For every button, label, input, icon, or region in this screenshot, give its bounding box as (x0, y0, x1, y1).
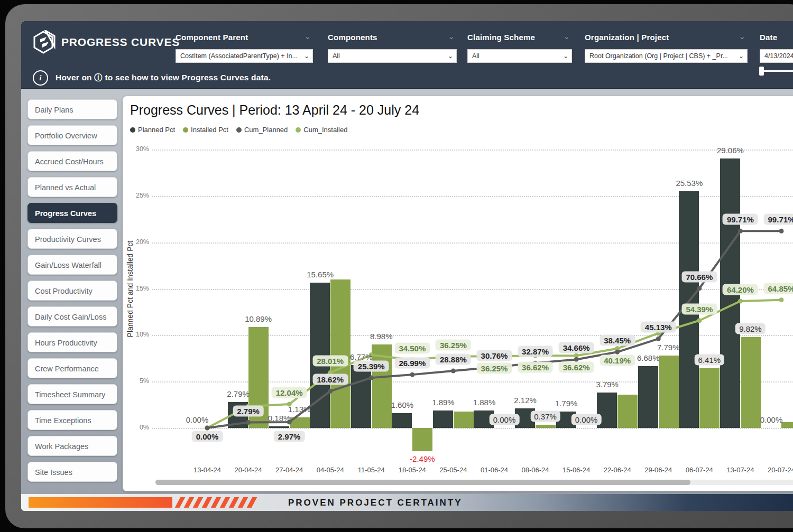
date-slider-handle[interactable] (759, 67, 764, 76)
installed-bar-label: 9.82% (735, 323, 766, 334)
legend-item-cum-planned[interactable]: Cum_Planned (236, 126, 288, 134)
claiming-scheme-dropdown[interactable]: All ⌄ (467, 49, 572, 63)
chart-title: Progress Curves | Period: 13 April 24 - … (130, 102, 419, 118)
sidebar-item-planned-vs-actual[interactable]: Planned vs Actual (27, 177, 117, 197)
footer-slogan: PROVEN PROJECT CERTAINTY (288, 498, 463, 508)
installed-bar (290, 417, 310, 428)
y-axis-tick: 5% (127, 377, 149, 385)
legend-item-installed-pct[interactable]: Installed Pct (183, 126, 228, 134)
sidebar-item-accrued-cost-hours[interactable]: Accrued Cost/Hours (27, 151, 117, 171)
cum-planned-badge: 70.66% (681, 271, 717, 282)
planned-bar-label: 2.79% (227, 389, 250, 398)
progress-curves-chart: 0%5%10%15%20%25%30%0.00%2.79%0.18%15.65%… (123, 96, 793, 491)
window-frame: PROGRESS CURVES Component Parent ⌄ CostI… (5, 4, 793, 528)
sidebar-item-daily-plans[interactable]: Daily Plans (27, 99, 117, 119)
sidebar-item-daily-cost-gain-loss[interactable]: Daily Cost Gain/Loss (27, 306, 117, 326)
footer-stripes (178, 497, 254, 508)
sidebar-item-site-issues[interactable]: Site Issues (27, 462, 117, 482)
footer-orange-bar (29, 497, 172, 508)
x-axis-label: 20-04-24 (227, 466, 270, 474)
filter-label: Components (328, 33, 377, 42)
footer-stripe (247, 497, 257, 508)
filter-label: Claiming Scheme (467, 33, 535, 42)
sidebar-item-time-exceptions[interactable]: Time Exceptions (27, 410, 117, 430)
planned-bar-label: 6.77% (350, 352, 373, 361)
x-axis-label: 01-06-24 (473, 466, 515, 474)
chevron-down-icon[interactable]: ⌄ (448, 32, 455, 41)
installed-bar (699, 368, 720, 428)
installed-bar-label: 6.41% (695, 354, 725, 366)
date-input[interactable]: 4/13/2024 (760, 49, 793, 63)
chevron-down-icon[interactable]: ⌄ (304, 32, 311, 41)
planned-bar-label: 1.79% (555, 398, 578, 407)
installed-bar-label: 1.13% (288, 405, 311, 414)
component-parent-dropdown[interactable]: CostItem (AssociatedParentType) + In... … (176, 49, 313, 63)
sidebar-item-work-packages[interactable]: Work Packages (27, 436, 117, 456)
sidebar-item-hours-productivity[interactable]: Hours Productivity (27, 332, 117, 352)
footer-bar: PROVEN PROJECT CERTAINTY (21, 494, 793, 511)
installed-bar (781, 422, 793, 428)
components-dropdown[interactable]: All ⌄ (328, 49, 457, 63)
cum-planned-badge: 45.13% (641, 322, 676, 333)
planned-bar-label: 25.53% (676, 178, 703, 187)
legend-item-planned-pct[interactable]: Planned Pct (130, 126, 175, 134)
cum-planned-badge: 34.66% (559, 342, 594, 353)
cum-installed-badge: 12.04% (272, 387, 307, 398)
sidebar-item-timesheet-summary[interactable]: Timesheet Summary (27, 384, 117, 404)
installed-bar (372, 344, 392, 428)
cum-planned-badge: 26.99% (394, 358, 430, 369)
y-axis-tick: 0% (127, 424, 149, 431)
cum-installed-badge: 36.62% (518, 362, 553, 373)
filter-components: Components ⌄ All ⌄ (328, 33, 457, 42)
chart-panel: 0%5%10%15%20%25%30%0.00%2.79%0.18%15.65%… (123, 96, 793, 491)
legend-dot (130, 127, 135, 133)
scrollbar-thumb[interactable] (155, 480, 690, 485)
legend-dot (183, 127, 188, 133)
logo-text: PROGRESS CURVES (61, 36, 180, 49)
organization-project-dropdown[interactable]: Root Organization (Org | Project | CBS) … (585, 49, 748, 63)
footer-stripe (184, 497, 195, 508)
planned-bar (351, 365, 371, 428)
app-logo: PROGRESS CURVES (33, 30, 180, 54)
sidebar-item-cost-productivity[interactable]: Cost Productivity (27, 281, 117, 301)
sidebar-item-productivity-curves[interactable]: Productivity Curves (27, 229, 117, 249)
sidebar-item-crew-performance[interactable]: Crew Performance (27, 358, 117, 378)
planned-bar-label: 3.79% (596, 380, 619, 389)
x-axis-label: 15-06-24 (555, 466, 597, 474)
cum-planned-badge: 32.87% (518, 346, 553, 357)
legend-item-cum-installed[interactable]: Cum_Installed (296, 126, 347, 134)
cum-installed-badge: 54.39% (681, 303, 717, 314)
filter-organization-project: Organization | Project ⌄ Root Organizati… (585, 33, 748, 42)
date-slider-track[interactable] (763, 70, 793, 72)
sidebar-item-gain-loss-waterfall[interactable]: Gain/Loss Waterfall (27, 255, 117, 275)
cum-installed-badge: 28.01% (312, 356, 348, 367)
planned-bar-label: 1.60% (391, 400, 414, 409)
planned-bar-label: 1.88% (473, 397, 496, 406)
planned-bar-label: 29.06% (717, 145, 744, 154)
planned-bar-label: 0.00% (760, 415, 783, 424)
chart-horizontal-scrollbar[interactable] (155, 480, 793, 485)
info-icon[interactable]: i (33, 70, 48, 86)
cum-planned-badge: 30.76% (477, 350, 512, 361)
chevron-down-icon: ⌄ (304, 52, 309, 60)
filter-date: Date 4/13/2024 (760, 33, 793, 42)
installed-bar (741, 337, 761, 428)
footer-stripe (238, 497, 248, 508)
cum-installed-badge: 64.20% (723, 284, 758, 295)
planned-bar-label: 6.68% (637, 353, 660, 362)
cum-planned-badge: 28.88% (436, 354, 471, 365)
sidebar-item-progress-curves[interactable]: Progress Curves (27, 203, 117, 223)
chevron-down-icon[interactable]: ⌄ (739, 32, 745, 41)
x-axis-label: 29-06-24 (637, 466, 679, 474)
legend-dot (296, 127, 301, 133)
filter-label: Organization | Project (585, 33, 669, 42)
sidebar-item-portfolio-overview[interactable]: Portfolio Overview (27, 125, 117, 145)
planned-bar-label: 1.89% (432, 397, 455, 406)
planned-bar-label: 15.65% (307, 270, 334, 279)
chevron-down-icon[interactable]: ⌄ (563, 32, 570, 41)
y-axis-tick: 10% (127, 331, 149, 338)
footer-stripe (193, 497, 204, 508)
installed-bar-label: -2.49% (410, 454, 435, 463)
planned-bar-label: 0.18% (268, 413, 291, 422)
filter-component-parent: Component Parent ⌄ CostItem (AssociatedP… (176, 33, 313, 42)
